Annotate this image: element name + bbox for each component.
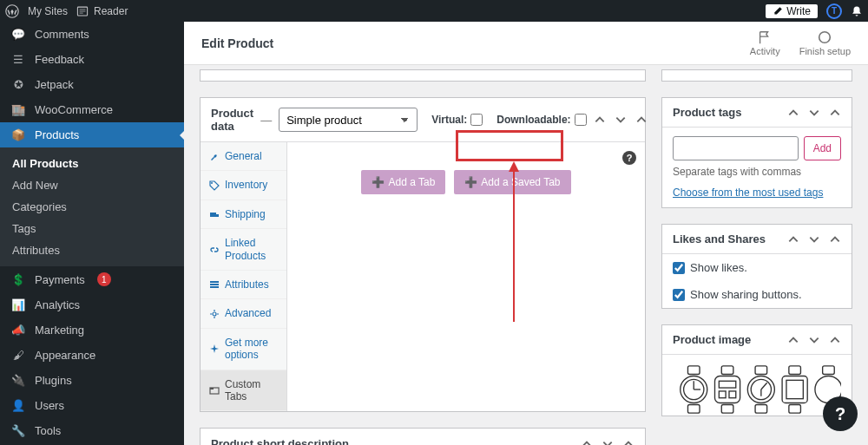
tools-icon: 🔧 [10, 424, 26, 437]
wp-logo[interactable] [5, 4, 19, 18]
sidebar-item-products[interactable]: 📦Products [0, 122, 184, 147]
panel-move-down[interactable] [615, 114, 627, 126]
watches-placeholder-image [673, 363, 841, 416]
panel-toggle[interactable] [829, 233, 841, 245]
tab-custom-tabs[interactable]: Custom Tabs [201, 370, 286, 412]
submenu-attributes[interactable]: Attributes [0, 239, 184, 261]
product-image-thumb[interactable] [662, 355, 852, 416]
show-sharing-label: Show sharing buttons. [690, 288, 802, 301]
sidebar-item-payments[interactable]: 💲Payments1 [0, 266, 184, 292]
gear-icon [209, 309, 220, 319]
svg-rect-21 [721, 366, 733, 375]
sidebar-item-comments[interactable]: 💬Comments [0, 22, 184, 47]
add-a-tab-button[interactable]: ➕Add a Tab [361, 170, 445, 194]
svg-rect-32 [755, 404, 767, 413]
downloadable-checkbox[interactable] [575, 114, 587, 126]
help-icon[interactable]: ? [622, 151, 636, 165]
panel-toggle[interactable] [829, 334, 841, 346]
tab-inventory[interactable]: Inventory [201, 171, 286, 200]
sidebar-item-woocommerce[interactable]: 🏬WooCommerce [0, 97, 184, 122]
add-tab-label: Add a Tab [388, 176, 435, 188]
products-icon: 📦 [10, 128, 26, 141]
wrench-icon [209, 151, 220, 161]
short-description-header: Product short description [201, 429, 645, 445]
content-scroll[interactable]: Product data — Simple product Virtual: D [184, 65, 868, 445]
add-tag-button[interactable]: Add [804, 136, 841, 160]
panel-move-down[interactable] [808, 107, 820, 119]
tab-get-more[interactable]: Get more options [201, 329, 286, 370]
finish-setup-button[interactable]: Finish setup [799, 29, 851, 56]
sidebar-item-feedback[interactable]: ☰Feedback [0, 47, 184, 72]
svg-rect-26 [721, 404, 733, 413]
tab-label: General [225, 150, 262, 162]
tab-shipping[interactable]: Shipping [201, 200, 286, 229]
panel-move-up[interactable] [787, 334, 799, 346]
tab-label: Get more options [225, 337, 278, 362]
add-a-saved-tab-button[interactable]: ➕Add a Saved Tab [454, 170, 570, 194]
link-icon [209, 245, 220, 255]
panel-toggle[interactable] [829, 107, 841, 119]
virtual-checkbox[interactable] [470, 114, 483, 126]
tab-general[interactable]: General [201, 142, 286, 171]
downloadable-label: Downloadable: [496, 114, 570, 126]
panel-move-up[interactable] [787, 107, 799, 119]
reader-link[interactable]: Reader [76, 5, 128, 17]
sidebar-item-analytics[interactable]: 📊Analytics [0, 292, 184, 317]
product-type-select[interactable]: Simple product [279, 108, 418, 132]
virtual-label: Virtual: [431, 114, 467, 126]
svg-line-30 [761, 383, 767, 389]
flag-icon [757, 29, 773, 45]
svg-rect-33 [789, 366, 801, 375]
submenu-add-new[interactable]: Add New [0, 174, 184, 196]
submenu-tags[interactable]: Tags [0, 218, 184, 239]
sidebar-item-tools[interactable]: 🔧Tools [0, 418, 184, 443]
panel-move-up[interactable] [594, 114, 606, 126]
my-sites-link[interactable]: My Sites [28, 5, 68, 17]
jetpack-icon: ✪ [10, 78, 26, 91]
sidebar-item-label: Jetpack [35, 78, 74, 91]
panel-move-down[interactable] [602, 438, 614, 445]
svg-rect-9 [210, 281, 219, 283]
panel-toggle[interactable] [622, 438, 635, 445]
sidebar-item-plugins[interactable]: 🔌Plugins [0, 368, 184, 393]
tab-linked-products[interactable]: Linked Products [201, 229, 286, 271]
dash: — [260, 114, 272, 127]
tab-advanced[interactable]: Advanced [201, 299, 286, 328]
panel-move-down[interactable] [808, 334, 820, 346]
page-header: Edit Product Activity Finish setup [184, 22, 868, 65]
sidebar-item-label: Payments [35, 273, 85, 286]
avatar[interactable]: T [826, 3, 842, 19]
sidebar-item-label: Marketing [35, 324, 84, 337]
sidebar-item-jetpack[interactable]: ✪Jetpack [0, 72, 184, 97]
product-image-header: Product image [662, 325, 852, 355]
panel-move-up[interactable] [787, 233, 799, 245]
submenu-all-products[interactable]: All Products [0, 153, 184, 174]
activity-button[interactable]: Activity [750, 29, 780, 56]
submenu-categories[interactable]: Categories [0, 196, 184, 218]
tab-label: Shipping [225, 208, 266, 220]
svg-rect-20 [687, 404, 700, 413]
panel-move-up[interactable] [581, 438, 593, 445]
downloadable-check: Downloadable: [496, 114, 586, 126]
product-data-header: Product data — Simple product Virtual: D [201, 98, 645, 142]
sidebar-item-users[interactable]: 👤Users [0, 393, 184, 418]
product-data-panel: Product data — Simple product Virtual: D [200, 97, 646, 412]
admin-sidebar: 💬Comments ☰Feedback ✪Jetpack 🏬WooCommerc… [0, 22, 184, 445]
collapsed-panel-above [200, 69, 646, 82]
panel-toggle[interactable] [635, 114, 648, 126]
panel-move-down[interactable] [808, 233, 820, 245]
notifications-icon[interactable] [851, 5, 863, 17]
show-likes-checkbox[interactable] [673, 262, 685, 274]
show-sharing-checkbox[interactable] [673, 289, 685, 301]
tags-hint: Separate tags with commas [662, 166, 852, 187]
help-fab-button[interactable]: ? [823, 396, 858, 431]
sidebar-item-appearance[interactable]: 🖌Appearance [0, 343, 184, 368]
sidebar-item-marketing[interactable]: 📣Marketing [0, 317, 184, 343]
choose-most-used-link[interactable]: Choose from the most used tags [673, 187, 823, 199]
appearance-icon: 🖌 [10, 349, 26, 362]
write-button[interactable]: Write [766, 4, 818, 18]
tab-label: Attributes [225, 278, 269, 291]
tab-attributes[interactable]: Attributes [201, 271, 286, 299]
tag-input[interactable] [673, 136, 799, 160]
tab-label: Linked Products [225, 237, 278, 262]
